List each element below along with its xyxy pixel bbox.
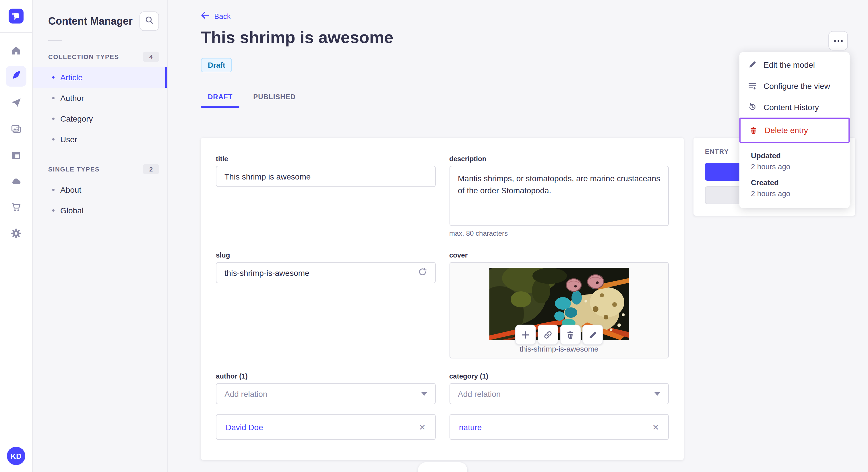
cover-actions: [515, 325, 603, 345]
sidebar-item-user[interactable]: User: [33, 129, 167, 150]
field-description: description Mantis shrimps, or stomatopo…: [449, 155, 669, 237]
sidebar-item-label: Category: [60, 114, 93, 123]
chevron-down-icon: [421, 392, 427, 396]
updated-value: 2 hours ago: [751, 162, 842, 171]
link-icon[interactable]: [538, 325, 558, 345]
cloud-icon[interactable]: [9, 174, 23, 188]
content-manager-sidebar: Content Manager COLLECTION TYPES 4 Ar: [33, 0, 167, 472]
field-category: category (1) Add relation nature ✕: [449, 372, 669, 440]
count-badge: 4: [143, 52, 159, 62]
select-placeholder: Add relation: [458, 389, 501, 398]
configure-list-icon: [747, 81, 757, 90]
history-icon: [747, 103, 757, 111]
bottom-floating-widget[interactable]: [418, 462, 467, 472]
relation-link[interactable]: David Doe: [226, 423, 263, 432]
arrow-left-icon: [201, 11, 210, 21]
bullet-icon: [52, 76, 55, 78]
tab-published[interactable]: PUBLISHED: [246, 90, 303, 108]
pencil-icon[interactable]: [582, 325, 603, 345]
search-button[interactable]: [140, 11, 159, 31]
rail-divider: [0, 32, 32, 33]
more-actions-button[interactable]: [828, 31, 848, 50]
menu-item-configure-view[interactable]: Configure the view: [739, 75, 849, 96]
section-single-types: SINGLE TYPES 2 About Global: [33, 164, 167, 221]
bullet-icon: [52, 117, 55, 120]
title-input[interactable]: This shrimp is awesome: [216, 166, 435, 187]
media-library-icon[interactable]: [9, 122, 23, 136]
bullet-icon: [52, 138, 55, 140]
sidebar-item-content-manager[interactable]: [6, 66, 26, 87]
regenerate-icon[interactable]: [417, 267, 427, 278]
menu-item-edit-model[interactable]: Edit the model: [739, 54, 849, 75]
section-label: SINGLE TYPES: [48, 166, 100, 173]
bullet-icon: [52, 97, 55, 99]
category-label: category (1): [449, 372, 669, 380]
layout-icon[interactable]: [9, 148, 23, 162]
trash-icon: [749, 126, 758, 134]
title-label: title: [216, 155, 435, 163]
menu-item-label: Delete entry: [765, 126, 808, 135]
cover-caption: this-shrimp-is-awesome: [450, 345, 668, 353]
menu-item-content-history[interactable]: Content History: [739, 96, 849, 117]
slug-label: slug: [216, 251, 435, 259]
created-label: Created: [751, 178, 842, 187]
back-label: Back: [214, 12, 231, 20]
app-rail: KD: [0, 0, 33, 472]
bullet-icon: [52, 189, 55, 191]
pencil-icon: [747, 60, 757, 69]
description-hint: max. 80 characters: [449, 229, 669, 237]
back-link[interactable]: Back: [201, 11, 231, 21]
tab-draft[interactable]: DRAFT: [201, 90, 239, 108]
app: KD Content Manager COLLECTION TYPES 4: [0, 0, 868, 472]
menu-item-label: Content History: [764, 102, 819, 111]
slug-input[interactable]: this-shrimp-is-awesome: [216, 262, 435, 283]
menu-item-label: Edit the model: [764, 60, 815, 69]
main-content: Back This shrimp is awesome Draft DRAFT …: [167, 0, 868, 472]
ellipsis-icon: [834, 40, 836, 42]
sidebar-item-about[interactable]: About: [33, 179, 167, 200]
sidebar-item-article[interactable]: Article: [33, 67, 167, 88]
author-relation-item: David Doe ✕: [216, 414, 435, 440]
strapi-logo-icon[interactable]: [9, 9, 24, 24]
menu-item-label: Configure the view: [764, 81, 830, 90]
category-relation-select[interactable]: Add relation: [449, 383, 669, 404]
menu-item-delete-entry[interactable]: Delete entry: [739, 117, 849, 143]
sidebar-item-label: Global: [60, 206, 84, 215]
sidebar-item-label: User: [60, 135, 77, 144]
plus-icon[interactable]: [515, 325, 536, 345]
gear-icon[interactable]: [9, 227, 23, 240]
chevron-down-icon: [654, 392, 660, 396]
updated-label: Updated: [751, 151, 842, 160]
sidebar-item-label: Author: [60, 94, 84, 103]
relation-link[interactable]: nature: [459, 423, 482, 432]
section-collection-types: COLLECTION TYPES 4 Article Author Catego…: [33, 51, 167, 150]
sidebar-item-global[interactable]: Global: [33, 200, 167, 221]
cover-asset-card: this-shrimp-is-awesome: [449, 262, 669, 359]
select-placeholder: Add relation: [224, 389, 267, 398]
author-relation-select[interactable]: Add relation: [216, 383, 435, 404]
author-label: author (1): [216, 372, 435, 380]
trash-icon[interactable]: [560, 325, 581, 345]
sidebar-item-label: Article: [60, 73, 83, 82]
status-badge: Draft: [201, 58, 232, 72]
cart-icon[interactable]: [9, 200, 23, 214]
home-icon[interactable]: [9, 43, 23, 57]
description-textarea[interactable]: Mantis shrimps, or stomatopods, are mari…: [449, 166, 669, 226]
sidebar-item-label: About: [60, 185, 81, 194]
field-title: title This shrimp is awesome: [216, 155, 435, 237]
paper-plane-icon[interactable]: [9, 96, 23, 109]
cover-label: cover: [449, 251, 669, 259]
avatar[interactable]: KD: [7, 447, 25, 465]
close-icon[interactable]: ✕: [652, 423, 659, 431]
close-icon[interactable]: ✕: [419, 423, 426, 431]
section-label: COLLECTION TYPES: [48, 53, 119, 60]
sidebar-item-author[interactable]: Author: [33, 88, 167, 108]
sidebar-item-category[interactable]: Category: [33, 108, 167, 129]
field-cover: cover: [449, 251, 669, 359]
more-actions-menu: Edit the model Configure the view: [739, 52, 849, 208]
entry-form-card: title This shrimp is awesome description…: [201, 138, 684, 460]
page-title: This shrimp is awesome: [201, 27, 868, 47]
count-badge: 2: [143, 164, 159, 174]
category-relation-item: nature ✕: [449, 414, 669, 440]
feather-icon: [10, 69, 22, 83]
